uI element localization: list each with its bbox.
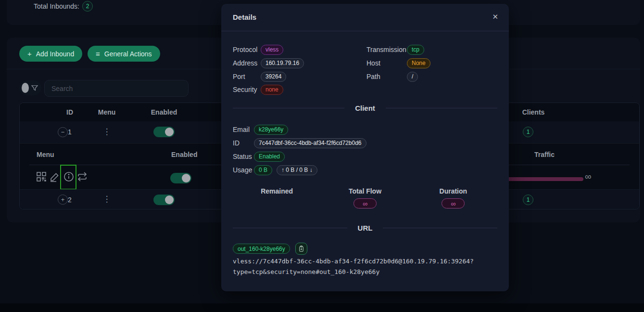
menu-lines-icon: ≡ <box>96 50 100 58</box>
field-email: Email k28ye66y <box>233 125 288 134</box>
column-header-menu: Menu <box>98 108 116 116</box>
action-highlight-box <box>60 165 76 190</box>
remark-tag: out_160-k28ye66y <box>233 244 290 254</box>
path-tag: / <box>407 72 418 82</box>
usage-total-tag: 0 B <box>254 165 272 175</box>
expanded-enabled-label: Enabled <box>171 151 197 158</box>
divider <box>383 228 497 228</box>
edit-pencil-icon[interactable] <box>49 171 61 182</box>
field-label: Protocol <box>233 46 261 53</box>
row-id: 1 <box>68 128 72 136</box>
status-tag: Enabled <box>254 152 285 162</box>
footer-strip <box>0 303 644 312</box>
field-label: Port <box>233 73 261 80</box>
funnel-icon <box>30 84 39 92</box>
url-tag-row: out_160-k28ye66y <box>233 243 307 255</box>
expanded-traffic-label: Traffic <box>534 151 555 158</box>
toggle-knob <box>22 83 29 93</box>
client-limits-grid: Remained Total Flow ∞ Duration ∞ <box>233 187 497 208</box>
email-tag: k28ye66y <box>254 125 288 135</box>
field-port: Port 39264 <box>233 72 286 81</box>
port-tag: 39264 <box>261 72 286 82</box>
details-modal: Details ✕ Protocol vless Address 160.19.… <box>221 4 509 291</box>
add-inbound-button[interactable]: + Add Inbound <box>19 46 82 62</box>
stat-total-flow: Total Flow ∞ <box>321 187 409 208</box>
screen: Total Inbounds: 2 + Add Inbound ≡ Genera… <box>0 0 644 312</box>
filter-toggle[interactable] <box>19 80 41 95</box>
url-section-heading: URL <box>233 224 497 232</box>
divider <box>233 108 344 108</box>
plus-icon: + <box>61 196 65 203</box>
total-inbounds-label: Total Inbounds: <box>34 2 79 10</box>
column-header-enabled: Enabled <box>151 108 177 116</box>
transmission-tag: tcp <box>407 45 424 55</box>
client-section-heading: Client <box>233 104 497 112</box>
stat-label: Remained <box>261 187 293 195</box>
row-id: 2 <box>68 196 72 204</box>
collapse-row-button[interactable]: − <box>58 127 68 137</box>
row-enabled-toggle[interactable] <box>153 195 175 205</box>
close-icon[interactable]: ✕ <box>492 13 498 21</box>
copy-url-button[interactable] <box>295 243 307 255</box>
row-clients-badge: 1 <box>523 127 533 137</box>
modal-title: Details <box>233 13 256 21</box>
clipboard-icon <box>298 245 305 252</box>
total-flow-infinity-tag: ∞ <box>354 198 377 208</box>
general-actions-label: General Actions <box>104 50 152 58</box>
field-path: Path / <box>366 72 418 81</box>
protocol-tag: vless <box>261 45 283 55</box>
row-menu-dots-icon[interactable]: ⋮ <box>103 127 111 137</box>
search-input[interactable] <box>44 80 189 97</box>
field-security: Security none <box>233 85 283 94</box>
total-inbounds-badge: 2 <box>82 1 93 12</box>
client-heading-text: Client <box>355 104 375 112</box>
url-heading-text: URL <box>358 224 373 232</box>
field-label: Email <box>233 126 254 133</box>
divider <box>386 108 497 108</box>
expand-row-button[interactable]: + <box>58 195 68 205</box>
row-clients-badge: 1 <box>523 195 533 205</box>
field-label: Host <box>366 59 407 67</box>
share-url-line2: type=tcp&security=none#out_160-k28ye66y <box>233 267 500 277</box>
column-header-id: ID <box>66 108 73 116</box>
field-label: Status <box>233 153 254 160</box>
row-menu-dots-icon[interactable]: ⋮ <box>103 195 111 204</box>
field-label: Security <box>233 86 261 93</box>
field-label: Address <box>233 59 261 67</box>
column-header-clients: Clients <box>522 108 545 116</box>
usage-updown-tag: ↑ 0 B / 0 B ↓ <box>277 165 317 175</box>
modal-header: Details ✕ <box>221 4 509 31</box>
field-usage: Usage 0 B ↑ 0 B / 0 B ↓ <box>233 165 317 175</box>
field-address: Address 160.19.79.16 <box>233 58 304 68</box>
field-label: Usage <box>233 166 254 174</box>
traffic-infinity: ∞ <box>585 171 592 182</box>
address-tag: 160.19.79.16 <box>261 58 304 68</box>
share-url-line1: vless://7c447dbf-36cc-4bdb-af34-f2f6cd72… <box>233 256 500 267</box>
qr-code-icon[interactable] <box>36 171 47 182</box>
field-label: Transmission <box>366 46 407 53</box>
plus-icon: + <box>27 50 32 58</box>
stat-remained: Remained <box>233 187 321 208</box>
duration-infinity-tag: ∞ <box>442 198 465 208</box>
reset-traffic-icon[interactable] <box>76 171 88 182</box>
expanded-enabled-toggle[interactable] <box>170 173 191 183</box>
stat-label: Duration <box>440 187 467 195</box>
field-label: ID <box>233 139 254 147</box>
field-transmission: Transmission tcp <box>366 45 424 54</box>
field-status: Status Enabled <box>233 152 285 161</box>
field-label: Path <box>366 73 407 80</box>
stat-duration: Duration ∞ <box>409 187 497 208</box>
minus-icon: − <box>61 129 65 136</box>
security-tag: none <box>261 85 283 95</box>
host-tag: None <box>407 58 430 68</box>
stat-label: Total Flow <box>349 187 381 195</box>
general-actions-button[interactable]: ≡ General Actions <box>88 46 160 62</box>
row-enabled-toggle[interactable] <box>153 127 175 137</box>
field-client-id: ID 7c447dbf-36cc-4bdb-af34-f2f6cd72b0d6 <box>233 138 366 148</box>
client-id-tag: 7c447dbf-36cc-4bdb-af34-f2f6cd72b0d6 <box>254 138 366 148</box>
field-host: Host None <box>366 58 430 68</box>
share-url-text: vless://7c447dbf-36cc-4bdb-af34-f2f6cd72… <box>233 256 500 277</box>
field-protocol: Protocol vless <box>233 45 283 54</box>
add-inbound-label: Add Inbound <box>36 50 74 58</box>
expanded-menu-label: Menu <box>37 151 54 158</box>
